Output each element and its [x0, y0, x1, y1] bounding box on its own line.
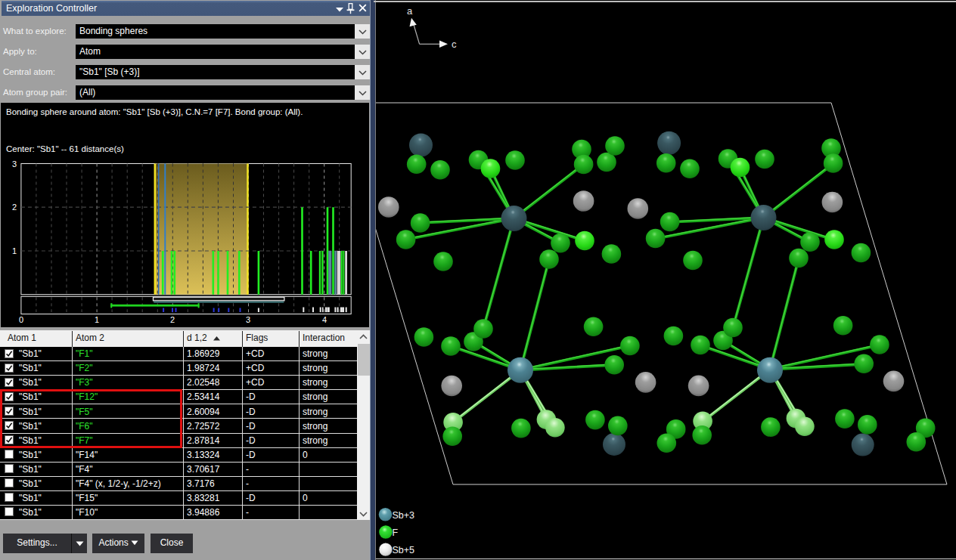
svg-text:F: F — [393, 528, 399, 538]
svg-text:Sb+5: Sb+5 — [393, 545, 415, 555]
svg-text:c: c — [452, 39, 457, 50]
svg-text:a: a — [407, 5, 413, 17]
svg-text:Sb+3: Sb+3 — [393, 510, 415, 521]
